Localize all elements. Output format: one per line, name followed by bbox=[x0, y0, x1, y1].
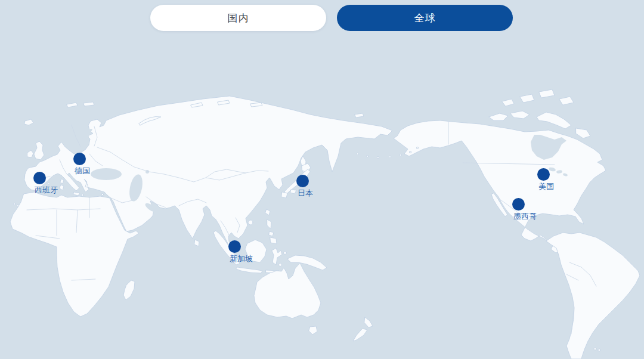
location-label: 西班牙 bbox=[35, 185, 58, 196]
global-offices-map-section: 国内 全球 西班牙 德国 新加坡 日本 墨西哥 美国 bbox=[0, 0, 644, 359]
location-label: 德国 bbox=[75, 166, 90, 177]
location-label: 美国 bbox=[538, 181, 554, 192]
toggle-global-button[interactable]: 全球 bbox=[337, 5, 513, 31]
location-dot-icon[interactable] bbox=[33, 172, 46, 184]
location-label: 日本 bbox=[298, 188, 313, 199]
location-label: 墨西哥 bbox=[513, 211, 537, 222]
location-dot-icon[interactable] bbox=[296, 175, 309, 187]
map-scope-toggle: 国内 全球 bbox=[150, 5, 513, 31]
location-label: 新加坡 bbox=[230, 253, 253, 264]
location-dot-icon[interactable] bbox=[512, 198, 525, 211]
location-dot-icon[interactable] bbox=[228, 240, 241, 253]
location-dot-icon[interactable] bbox=[537, 168, 550, 181]
marker-layer: 西班牙 德国 新加坡 日本 墨西哥 美国 bbox=[0, 0, 644, 359]
location-dot-icon[interactable] bbox=[73, 153, 86, 165]
toggle-domestic-button[interactable]: 国内 bbox=[150, 5, 326, 31]
toggle-domestic-label: 国内 bbox=[228, 11, 249, 25]
toggle-global-label: 全球 bbox=[414, 11, 436, 25]
